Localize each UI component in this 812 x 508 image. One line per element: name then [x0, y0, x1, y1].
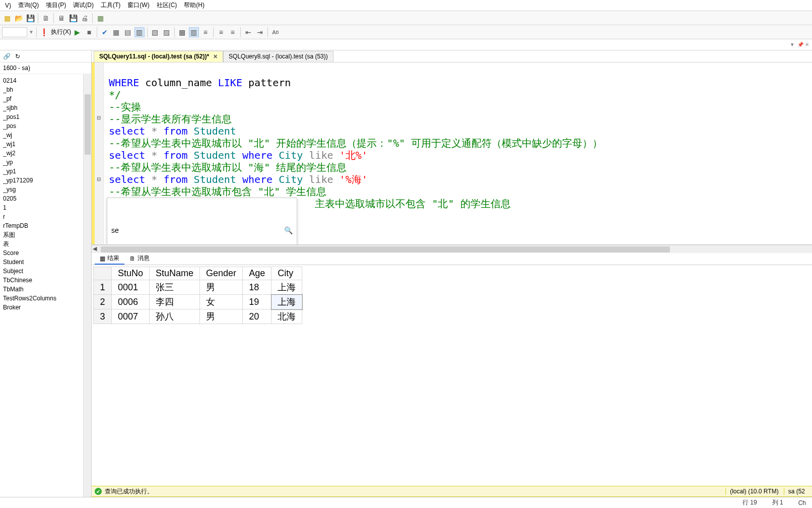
cell[interactable]: 男: [200, 309, 243, 324]
tree-item[interactable]: Student: [3, 258, 90, 267]
cell[interactable]: 0001: [112, 280, 150, 295]
database-combo[interactable]: [2, 27, 27, 37]
tab-messages[interactable]: 🗎 消息: [124, 253, 155, 265]
stop-icon[interactable]: ■: [84, 27, 94, 37]
tree-item[interactable]: 0205: [3, 194, 90, 203]
indent-icon[interactable]: ⇥: [255, 27, 265, 37]
cell[interactable]: 0007: [112, 309, 150, 324]
options-icon[interactable]: ▩: [177, 27, 187, 37]
menu-query[interactable]: 查询(Q): [15, 0, 42, 11]
menu-debug[interactable]: 调试(D): [70, 0, 97, 11]
server-node[interactable]: 1600 - sa): [0, 62, 91, 74]
ab-icon[interactable]: AB: [270, 27, 281, 37]
options2-icon[interactable]: ▥: [189, 27, 199, 37]
ime-input[interactable]: [111, 226, 162, 234]
outdent-icon[interactable]: ⇤: [243, 27, 253, 37]
cell[interactable]: 18: [243, 280, 272, 295]
tree-item[interactable]: 表: [3, 239, 90, 248]
save-icon[interactable]: 💾: [25, 13, 35, 23]
connect-icon[interactable]: 🔗: [2, 52, 11, 61]
cell[interactable]: 20: [243, 309, 272, 324]
save2-icon[interactable]: 💾: [68, 13, 78, 23]
server-icon[interactable]: 🖥: [56, 13, 66, 23]
include-plan-icon[interactable]: ▨: [162, 27, 172, 37]
cell[interactable]: 上海: [272, 295, 302, 309]
search-icon[interactable]: 🔍: [284, 224, 293, 236]
grid-result-icon[interactable]: ▦: [111, 27, 121, 37]
close-icon[interactable]: ✕: [213, 53, 218, 60]
play-icon[interactable]: ▶: [73, 27, 83, 37]
new-query-icon[interactable]: ▦: [2, 13, 12, 23]
tree-item[interactable]: _wj: [3, 131, 90, 140]
execute-button[interactable]: 执行(X): [51, 28, 71, 36]
table-row[interactable]: 2 0006 李四 女 19 上海: [94, 295, 302, 309]
indent-inc-icon[interactable]: ≡: [228, 27, 238, 37]
sql-editor[interactable]: ⊟ ⊟ WHERE column_name LIKE pattern */ --…: [92, 62, 812, 245]
cell[interactable]: 孙八: [150, 309, 200, 324]
indent-dec-icon[interactable]: ≡: [216, 27, 226, 37]
tab-results[interactable]: ▦ 结果: [95, 253, 124, 265]
tree-item[interactable]: r: [3, 212, 90, 221]
print-icon[interactable]: 🖨: [80, 13, 90, 23]
tree-item[interactable]: Broker: [3, 303, 90, 312]
grid-header[interactable]: Age: [243, 267, 272, 280]
menu-tools[interactable]: 工具(T): [98, 0, 123, 11]
tree-item[interactable]: _sjbh: [3, 103, 90, 112]
cell[interactable]: 19: [243, 295, 272, 309]
tree-item[interactable]: _wj1: [3, 140, 90, 149]
cell[interactable]: 男: [200, 280, 243, 295]
code-area[interactable]: WHERE column_name LIKE pattern */ --实操 -…: [104, 62, 812, 244]
cell[interactable]: 李四: [150, 295, 200, 309]
tool-icon[interactable]: ▦: [95, 13, 105, 23]
grid-header[interactable]: City: [272, 267, 302, 280]
tree-item[interactable]: _bh: [3, 85, 90, 94]
tree-item[interactable]: _yp171209: [3, 176, 90, 185]
sidebar-scrollbar[interactable]: [83, 74, 91, 497]
fold-icon[interactable]: ⊟: [96, 176, 101, 181]
doc-icon[interactable]: 🗎: [41, 13, 51, 23]
tab-sqlquery8[interactable]: SQLQuery8.sql - (local).test (sa (53)): [223, 51, 333, 62]
tree-item[interactable]: Score: [3, 248, 90, 258]
tree-item[interactable]: _pos1: [3, 112, 90, 121]
grid-header[interactable]: Gender: [200, 267, 243, 280]
tree-item[interactable]: TestRows2Columns: [3, 294, 90, 303]
tree-item[interactable]: TbChinese: [3, 276, 90, 285]
menu-window[interactable]: 窗口(W): [124, 0, 152, 11]
tab-sqlquery11[interactable]: SQLQuery11.sql - (local).test (sa (52))*…: [94, 51, 223, 62]
tree-item[interactable]: TbMath: [3, 285, 90, 294]
cell[interactable]: 0006: [112, 295, 150, 309]
tree-item[interactable]: _pf: [3, 94, 90, 103]
menu-help[interactable]: 帮助(H): [181, 0, 208, 11]
ime-popup: 🔍 1.极 2.色(qcb) 3.塞(pfjf) 4.涩(ivyh) 5.瑟(g…: [107, 198, 297, 245]
parse-icon[interactable]: ✔: [100, 27, 110, 37]
refresh-icon[interactable]: ↻: [13, 52, 22, 61]
cell[interactable]: 女: [200, 295, 243, 309]
tree-item[interactable]: _yp: [3, 158, 90, 167]
comment-icon[interactable]: ≡: [200, 27, 211, 37]
editor-h-scrollbar[interactable]: [92, 245, 812, 253]
cell[interactable]: 北海: [272, 309, 302, 324]
grid-header[interactable]: StuNo: [112, 267, 150, 280]
table-row[interactable]: 3 0007 孙八 男 20 北海: [94, 309, 302, 324]
tree-item[interactable]: _wj2: [3, 149, 90, 158]
tree-item[interactable]: 1: [3, 203, 90, 212]
tree-item[interactable]: 系图: [3, 230, 90, 239]
tree-item[interactable]: _ysg: [3, 185, 90, 194]
table-row[interactable]: 1 0001 张三 男 18 上海: [94, 280, 302, 295]
menu-view[interactable]: V): [2, 1, 14, 10]
open-icon[interactable]: 📂: [14, 13, 24, 23]
menu-community[interactable]: 社区(C): [154, 0, 180, 11]
text-result-icon[interactable]: ▤: [123, 27, 133, 37]
grid-header[interactable]: StuName: [150, 267, 200, 280]
tree-item[interactable]: rTempDB: [3, 221, 90, 230]
cell[interactable]: 张三: [150, 280, 200, 295]
cell[interactable]: 上海: [272, 280, 302, 295]
tree-item[interactable]: _pos: [3, 121, 90, 131]
tree-item[interactable]: _yp1: [3, 167, 90, 176]
tree-item[interactable]: 0214: [3, 76, 90, 85]
result-pane-icon[interactable]: ▥: [134, 27, 145, 37]
fold-icon[interactable]: ⊟: [96, 115, 101, 120]
tree-item[interactable]: Subject: [3, 267, 90, 276]
menu-project[interactable]: 项目(P): [43, 0, 69, 11]
plan-icon[interactable]: ▧: [150, 27, 160, 37]
